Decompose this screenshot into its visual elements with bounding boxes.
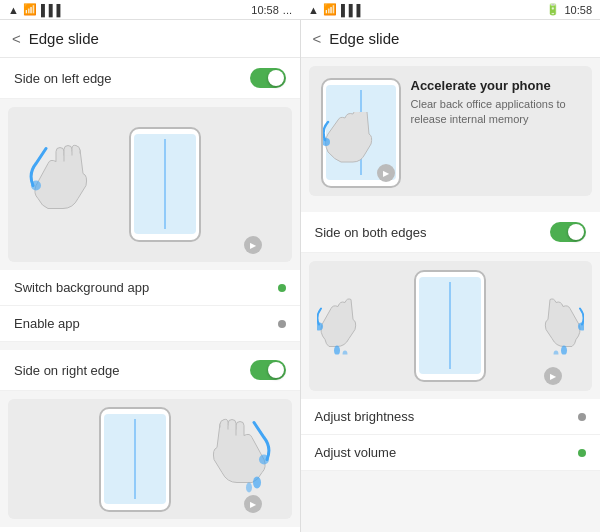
accel-title: Accelerate your phone bbox=[411, 78, 581, 93]
gesture-right-icon bbox=[207, 418, 272, 498]
left-title: Edge slide bbox=[29, 30, 99, 47]
gesture-accel-icon bbox=[323, 112, 378, 167]
gap1 bbox=[0, 342, 300, 350]
gap2 bbox=[301, 204, 601, 212]
status-bar-right: ▲ 📶 ▌▌▌ 🔋 10:58 bbox=[300, 0, 600, 20]
adjust-volume-row[interactable]: Adjust volume bbox=[301, 435, 601, 471]
switch-bg-app-left-row[interactable]: Switch background app bbox=[0, 270, 300, 306]
status-bar-left: ▲ 📶 ▌▌▌ 10:58 ... bbox=[0, 0, 300, 20]
right-column: < Edge slide bbox=[301, 20, 601, 532]
switch-bg-dot-left bbox=[278, 284, 286, 292]
right-header: < Edge slide bbox=[301, 20, 601, 58]
signal-icon-r: 📶 bbox=[323, 3, 337, 16]
left-header: < Edge slide bbox=[0, 20, 300, 58]
accel-desc: Clear back office applications to releas… bbox=[411, 97, 581, 128]
adjust-volume-label: Adjust volume bbox=[315, 445, 397, 460]
accel-text-block: Accelerate your phone Clear back office … bbox=[411, 78, 581, 128]
play-btn-accel[interactable]: ▶ bbox=[377, 164, 395, 182]
side-both-edges-row[interactable]: Side on both edges bbox=[301, 212, 601, 253]
bars-icon: ▌▌▌ bbox=[41, 4, 64, 16]
side-right-edge-label: Side on right edge bbox=[14, 363, 120, 378]
time-left: 10:58 bbox=[251, 4, 279, 16]
svg-point-3 bbox=[246, 483, 252, 493]
right-title: Edge slide bbox=[329, 30, 399, 47]
enable-app-dot-left bbox=[278, 320, 286, 328]
status-left-icons: ▲ 📶 ▌▌▌ bbox=[8, 3, 64, 16]
side-right-toggle[interactable] bbox=[250, 360, 286, 380]
left-scroll[interactable]: < Edge slide Side on left edge bbox=[0, 20, 300, 532]
left-illustration-card: ▶ bbox=[8, 107, 292, 262]
enable-app-left-row[interactable]: Enable app bbox=[0, 306, 300, 342]
side-both-edges-label: Side on both edges bbox=[315, 225, 427, 240]
gesture-left-icon bbox=[28, 143, 93, 223]
play-btn-both[interactable]: ▶ bbox=[544, 367, 562, 385]
back-arrow-right[interactable]: < bbox=[313, 30, 322, 47]
adjust-brightness-dot bbox=[578, 413, 586, 421]
left-column: < Edge slide Side on left edge bbox=[0, 20, 300, 532]
status-right-left: 10:58 ... bbox=[251, 4, 292, 16]
svg-point-10 bbox=[554, 351, 559, 355]
svg-point-1 bbox=[259, 455, 269, 465]
both-illustration-card: ▶ bbox=[309, 261, 593, 391]
play-btn-left[interactable]: ▶ bbox=[244, 236, 262, 254]
side-left-edge-row[interactable]: Side on left edge bbox=[0, 58, 300, 99]
adjust-volume-dot bbox=[578, 449, 586, 457]
dots-left: ... bbox=[283, 4, 292, 16]
play-btn-right[interactable]: ▶ bbox=[244, 495, 262, 513]
right-illustration-card: ▶ bbox=[8, 399, 292, 519]
signal-icon: 📶 bbox=[23, 3, 37, 16]
side-left-toggle[interactable] bbox=[250, 68, 286, 88]
side-right-edge-row[interactable]: Side on right edge bbox=[0, 350, 300, 391]
gesture-both-right-icon bbox=[539, 295, 584, 355]
wifi-icon: ▲ bbox=[8, 4, 19, 16]
back-arrow-left[interactable]: < bbox=[12, 30, 21, 47]
time-right: 10:58 bbox=[564, 4, 592, 16]
bars-icon-r: ▌▌▌ bbox=[341, 4, 364, 16]
right-scroll[interactable]: < Edge slide bbox=[301, 20, 601, 532]
status-right-icons: ▲ 📶 ▌▌▌ bbox=[308, 3, 364, 16]
svg-point-7 bbox=[342, 351, 347, 355]
svg-point-0 bbox=[31, 180, 41, 190]
switch-bg-app-left-label: Switch background app bbox=[14, 280, 149, 295]
enable-app-left-label: Enable app bbox=[14, 316, 80, 331]
svg-point-2 bbox=[253, 477, 261, 489]
adjust-brightness-label: Adjust brightness bbox=[315, 409, 415, 424]
accel-card: ▶ Accelerate your phone Clear back offic… bbox=[309, 66, 593, 196]
status-time-right: 🔋 10:58 bbox=[546, 3, 592, 16]
side-left-edge-label: Side on left edge bbox=[14, 71, 112, 86]
switch-bg-app-right-row[interactable]: Switch background app bbox=[0, 527, 300, 532]
adjust-brightness-row[interactable]: Adjust brightness bbox=[301, 399, 601, 435]
wifi-icon-r: ▲ bbox=[308, 4, 319, 16]
gesture-both-left-icon bbox=[317, 295, 362, 355]
side-both-toggle[interactable] bbox=[550, 222, 586, 242]
battery-icon: 🔋 bbox=[546, 3, 560, 16]
